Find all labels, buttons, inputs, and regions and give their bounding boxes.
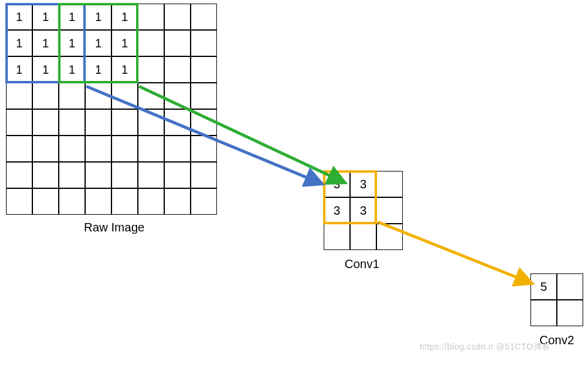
- raw-cell: [164, 83, 191, 109]
- raw-cell: [191, 188, 217, 215]
- conv1-cell: 3: [350, 197, 376, 224]
- watermark-text: https://blog.csdn.n @51CTO博客: [420, 342, 551, 353]
- conv2-grid: 5: [530, 273, 583, 326]
- conv1-grid: 3333: [324, 171, 403, 250]
- raw-cell: [191, 109, 217, 136]
- raw-cell: [138, 109, 164, 136]
- conv1-cell: [376, 197, 403, 224]
- raw-cell: [164, 136, 191, 162]
- raw-cell: [138, 83, 164, 109]
- raw-cell: [6, 136, 32, 162]
- raw-cell: [164, 109, 191, 136]
- raw-cell: 1: [6, 56, 32, 83]
- raw-cell: [191, 4, 217, 30]
- raw-cell: 1: [85, 30, 111, 56]
- raw-cell: [164, 56, 191, 83]
- conv1-cell: [350, 224, 376, 250]
- conv2-cell: 5: [530, 273, 557, 300]
- raw-cell: 1: [59, 56, 85, 83]
- raw-cell: 1: [32, 30, 59, 56]
- raw-cell: [32, 136, 59, 162]
- raw-cell: [85, 188, 111, 215]
- raw-cell: [59, 109, 85, 136]
- raw-cell: 1: [59, 30, 85, 56]
- raw-cell: [191, 56, 217, 83]
- raw-cell: [59, 162, 85, 188]
- raw-cell: 1: [111, 30, 138, 56]
- raw-cell: [191, 83, 217, 109]
- raw-cell: [6, 188, 32, 215]
- raw-cell: [85, 136, 111, 162]
- conv1-cell: 3: [324, 197, 350, 224]
- raw-cell: [59, 188, 85, 215]
- raw-cell: [6, 162, 32, 188]
- raw-cell: 1: [6, 4, 32, 30]
- raw-cell: 1: [59, 4, 85, 30]
- raw-cell: [32, 83, 59, 109]
- raw-cell: [111, 109, 138, 136]
- raw-cell: 1: [6, 30, 32, 56]
- raw-cell: [85, 162, 111, 188]
- raw-cell: [32, 162, 59, 188]
- conv1-cell: 3: [350, 171, 376, 197]
- raw-cell: [191, 162, 217, 188]
- raw-cell: [32, 109, 59, 136]
- raw-cell: 1: [85, 4, 111, 30]
- raw-cell: [164, 162, 191, 188]
- raw-cell: [191, 30, 217, 56]
- raw-cell: [138, 136, 164, 162]
- raw-cell: [32, 188, 59, 215]
- conv1-cell: [376, 171, 403, 197]
- conv2-cell: [557, 273, 583, 300]
- conv2-cell: [530, 300, 557, 326]
- raw-cell: [59, 136, 85, 162]
- raw-cell: 1: [111, 56, 138, 83]
- raw-cell: 1: [32, 4, 59, 30]
- raw-cell: [138, 162, 164, 188]
- raw-cell: [164, 188, 191, 215]
- raw-image-grid: 111111111111111: [6, 4, 217, 215]
- conv1-cell: 3: [324, 171, 350, 197]
- raw-cell: [6, 83, 32, 109]
- raw-cell: [138, 56, 164, 83]
- raw-cell: [111, 162, 138, 188]
- raw-cell: 1: [85, 56, 111, 83]
- conv1-cell: [376, 224, 403, 250]
- conv2-cell: [557, 300, 583, 326]
- raw-image-label: Raw Image: [84, 221, 144, 234]
- raw-cell: [111, 136, 138, 162]
- conv1-cell: [324, 224, 350, 250]
- raw-cell: [164, 30, 191, 56]
- raw-cell: [191, 136, 217, 162]
- raw-cell: [164, 4, 191, 30]
- raw-cell: 1: [32, 56, 59, 83]
- raw-cell: [59, 83, 85, 109]
- raw-cell: [138, 188, 164, 215]
- raw-cell: [85, 83, 111, 109]
- raw-cell: [111, 188, 138, 215]
- raw-cell: [138, 30, 164, 56]
- raw-cell: 1: [111, 4, 138, 30]
- raw-cell: [85, 109, 111, 136]
- raw-cell: [111, 83, 138, 109]
- raw-cell: [138, 4, 164, 30]
- raw-cell: [6, 109, 32, 136]
- conv1-label: Conv1: [345, 257, 379, 271]
